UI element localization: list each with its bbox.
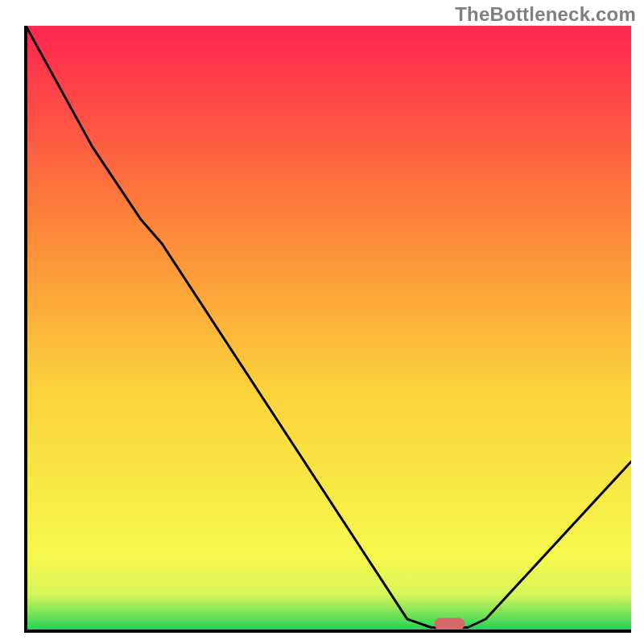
optimal-marker bbox=[434, 617, 464, 630]
chart-svg bbox=[0, 0, 644, 644]
plot-background bbox=[26, 26, 631, 631]
watermark-text: TheBottleneck.com bbox=[455, 3, 636, 26]
chart-stage: TheBottleneck.com bbox=[0, 0, 644, 644]
